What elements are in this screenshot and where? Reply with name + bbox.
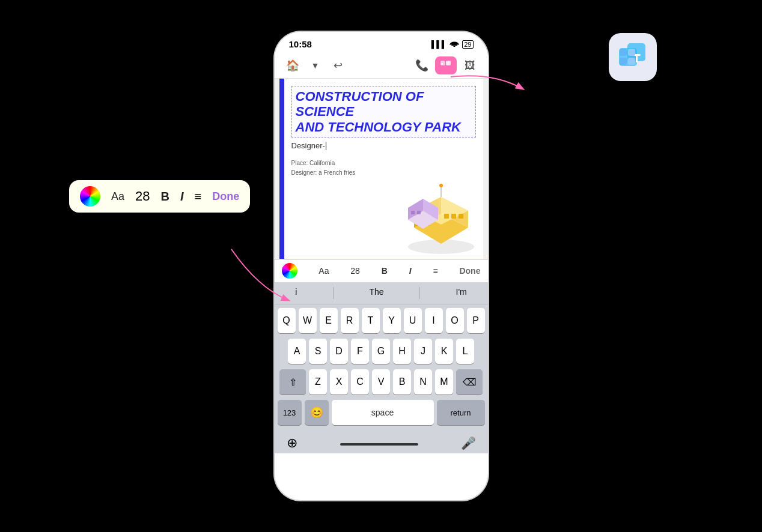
phone-italic-btn[interactable]: I: [409, 266, 412, 276]
autocomplete-divider-2: [419, 287, 420, 299]
keyboard-row-3: ⇧ Z X C V B N M ⌫: [277, 369, 486, 394]
home-nav-btn[interactable]: 🏠: [284, 57, 301, 74]
mic-icon[interactable]: 🎤: [461, 436, 476, 450]
key-J[interactable]: J: [414, 339, 432, 364]
svg-rect-5: [620, 58, 627, 65]
signal-icon: ▌▌▌: [431, 40, 447, 49]
key-delete[interactable]: ⌫: [456, 369, 483, 394]
keyboard-row-4: 123 😊 space return: [277, 400, 486, 425]
text-cursor: [326, 142, 327, 150]
key-return[interactable]: return: [437, 400, 485, 425]
svg-text:■: ■: [441, 62, 443, 65]
key-G[interactable]: G: [372, 339, 390, 364]
designer-value: a French fries: [319, 169, 355, 176]
key-P[interactable]: P: [467, 308, 485, 333]
phone-color-picker[interactable]: [282, 263, 297, 279]
key-emoji[interactable]: 😊: [305, 400, 329, 425]
key-A[interactable]: A: [288, 339, 306, 364]
key-Q[interactable]: Q: [278, 308, 296, 333]
autocomplete-word-2[interactable]: I'm: [450, 287, 473, 299]
key-U[interactable]: U: [404, 308, 422, 333]
floating-size-btn[interactable]: 28: [135, 189, 150, 204]
bottom-bar: ⊕ 🎤: [275, 433, 488, 453]
phone-bold-btn[interactable]: B: [382, 266, 388, 276]
key-R[interactable]: R: [341, 308, 359, 333]
floating-format-toolbar: Aa 28 B I ≡ Done: [69, 180, 250, 213]
phone-font-btn[interactable]: Aa: [319, 266, 329, 276]
nav-bar: 🏠 ▼ ↩ 📞 T ■ 🖼: [275, 53, 488, 79]
place-label: Place:: [291, 160, 308, 166]
floating-done-btn[interactable]: Done: [212, 190, 239, 203]
nav-right: 📞 T ■ 🖼: [413, 56, 478, 74]
key-B[interactable]: B: [393, 369, 411, 394]
doc-blue-bar: [279, 79, 284, 259]
keyboard-row-1: Q W E R T Y U I O P: [277, 308, 486, 333]
document-content: CONSTRUCTION OF SCIENCE AND TECHNOLOGY P…: [279, 79, 483, 185]
document-title-line1[interactable]: CONSTRUCTION OF SCIENCE: [296, 89, 472, 119]
place-value: California: [309, 160, 335, 166]
svg-rect-6: [628, 49, 635, 56]
wifi-icon: [450, 40, 459, 49]
floating-bold-btn[interactable]: B: [161, 190, 169, 204]
key-W[interactable]: W: [299, 308, 317, 333]
phone-format-toolbar: Aa 28 B I ≡ Done: [275, 259, 488, 282]
floating-italic-btn[interactable]: I: [180, 190, 184, 204]
svg-rect-22: [444, 214, 449, 219]
key-H[interactable]: H: [393, 339, 411, 364]
status-icons: ▌▌▌ 29: [431, 40, 474, 49]
key-K[interactable]: K: [435, 339, 453, 364]
svg-rect-28: [411, 211, 415, 214]
key-shift[interactable]: ⇧: [279, 369, 306, 394]
text-format-nav-btn[interactable]: T ■: [435, 56, 457, 74]
key-I[interactable]: I: [425, 308, 443, 333]
document-title-line2[interactable]: AND TECHNOLOGY PARK: [296, 119, 472, 135]
key-numbers[interactable]: 123: [278, 400, 302, 425]
key-D[interactable]: D: [330, 339, 348, 364]
floating-font-btn[interactable]: Aa: [111, 190, 124, 203]
svg-rect-24: [459, 214, 463, 219]
document-area[interactable]: CONSTRUCTION OF SCIENCE AND TECHNOLOGY P…: [275, 79, 488, 259]
key-Y[interactable]: Y: [383, 308, 401, 333]
key-F[interactable]: F: [351, 339, 369, 364]
image-nav-btn[interactable]: 🖼: [462, 57, 478, 74]
key-V[interactable]: V: [372, 369, 390, 394]
battery-level: 29: [464, 41, 471, 48]
phone-done-btn[interactable]: Done: [459, 266, 480, 276]
floating-align-btn[interactable]: ≡: [195, 190, 202, 204]
battery-icon: 29: [462, 40, 473, 49]
app-icon: [609, 33, 657, 81]
autocomplete-divider-1: [333, 287, 334, 299]
phone-frame: 10:58 ▌▌▌ 29 🏠 ▼ ↩ 📞 T ■: [275, 32, 488, 500]
floating-color-picker[interactable]: [80, 186, 100, 207]
back-nav-btn[interactable]: ↩: [330, 57, 347, 74]
key-L[interactable]: L: [456, 339, 474, 364]
key-Z[interactable]: Z: [309, 369, 327, 394]
key-C[interactable]: C: [351, 369, 369, 394]
phone-align-btn[interactable]: ≡: [433, 266, 437, 276]
building-illustration: [399, 175, 483, 259]
subtitle-text: Designer-: [291, 141, 325, 150]
autocomplete-bar: i The I'm: [275, 282, 488, 304]
document-page: CONSTRUCTION OF SCIENCE AND TECHNOLOGY P…: [279, 79, 483, 259]
key-E[interactable]: E: [320, 308, 338, 333]
chevron-nav-btn[interactable]: ▼: [307, 57, 324, 74]
key-M[interactable]: M: [435, 369, 453, 394]
svg-point-31: [439, 184, 443, 187]
nav-left: 🏠 ▼ ↩: [284, 57, 347, 74]
keyboard: Q W E R T Y U I O P A S D F G H J K L ⇧ …: [275, 304, 488, 433]
key-N[interactable]: N: [414, 369, 432, 394]
key-space[interactable]: space: [332, 400, 434, 425]
home-indicator[interactable]: [340, 443, 418, 446]
key-O[interactable]: O: [446, 308, 464, 333]
key-T[interactable]: T: [362, 308, 380, 333]
globe-icon[interactable]: ⊕: [287, 435, 297, 451]
svg-text:T: T: [447, 61, 450, 65]
phone-size-btn[interactable]: 28: [350, 266, 360, 276]
svg-rect-23: [451, 214, 456, 219]
autocomplete-word-1[interactable]: The: [363, 287, 389, 299]
svg-rect-3: [636, 54, 638, 62]
key-S[interactable]: S: [309, 339, 327, 364]
autocomplete-word-0[interactable]: i: [289, 287, 303, 299]
key-X[interactable]: X: [330, 369, 348, 394]
phone-nav-btn[interactable]: 📞: [413, 57, 430, 74]
